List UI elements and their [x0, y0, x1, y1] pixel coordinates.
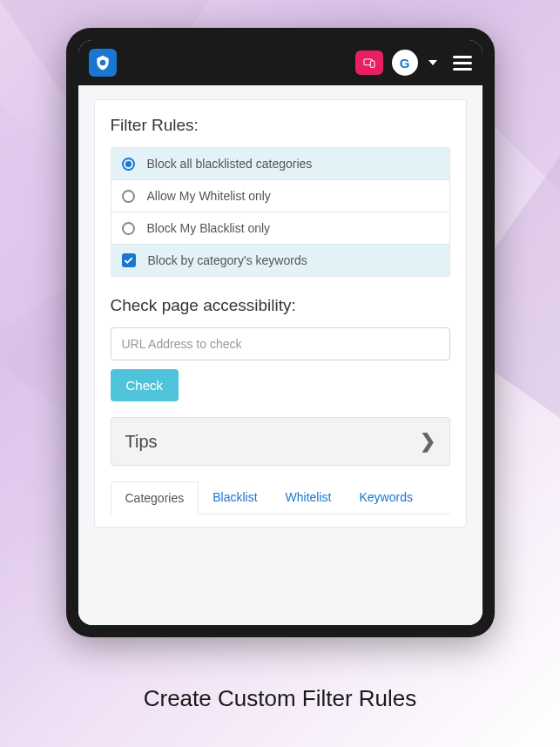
- radio-icon[interactable]: [122, 158, 135, 171]
- option-label: Block by category's keywords: [148, 253, 307, 267]
- radio-icon[interactable]: [122, 190, 135, 203]
- tips-label: Tips: [125, 432, 158, 452]
- main-content: Filter Rules: Block all blacklisted cate…: [78, 85, 482, 625]
- option-block-keywords[interactable]: Block by category's keywords: [111, 245, 449, 276]
- tab-whitelist[interactable]: Whitelist: [272, 481, 346, 514]
- page-caption: Create Custom Filter Rules: [0, 685, 560, 712]
- svg-point-5: [99, 60, 105, 66]
- option-label: Allow My Whitelist only: [147, 189, 271, 203]
- accessibility-title: Check page accessibility:: [111, 296, 450, 315]
- tab-bar: Categories Blacklist Whitelist Keywords: [111, 481, 450, 515]
- option-allow-whitelist[interactable]: Allow My Whitelist only: [111, 180, 449, 212]
- svg-rect-7: [370, 61, 374, 67]
- settings-card: Filter Rules: Block all blacklisted cate…: [94, 99, 467, 528]
- screen: G Filter Rules: Block all blacklisted ca…: [78, 40, 482, 625]
- app-logo-icon[interactable]: [89, 49, 117, 77]
- chevron-down-icon[interactable]: [428, 60, 437, 65]
- check-button[interactable]: Check: [111, 369, 179, 401]
- filter-options-list: Block all blacklisted categories Allow M…: [111, 147, 450, 277]
- user-avatar[interactable]: G: [392, 50, 418, 76]
- chevron-right-icon: ❯: [420, 430, 435, 453]
- option-label: Block My Blacklist only: [147, 221, 271, 235]
- tablet-frame: G Filter Rules: Block all blacklisted ca…: [66, 28, 495, 637]
- tab-categories[interactable]: Categories: [111, 481, 199, 515]
- checkbox-icon[interactable]: [122, 253, 136, 267]
- filter-rules-title: Filter Rules:: [111, 116, 450, 135]
- option-label: Block all blacklisted categories: [147, 157, 313, 171]
- menu-icon[interactable]: [453, 56, 472, 71]
- tab-blacklist[interactable]: Blacklist: [199, 481, 271, 514]
- tab-keywords[interactable]: Keywords: [345, 481, 426, 514]
- option-block-blacklisted[interactable]: Block all blacklisted categories: [111, 148, 449, 180]
- option-block-my-blacklist[interactable]: Block My Blacklist only: [111, 212, 449, 245]
- radio-icon[interactable]: [122, 222, 135, 235]
- top-bar: G: [78, 40, 482, 85]
- tips-row[interactable]: Tips ❯: [111, 417, 450, 466]
- devices-icon[interactable]: [355, 50, 383, 75]
- url-input[interactable]: [111, 327, 450, 360]
